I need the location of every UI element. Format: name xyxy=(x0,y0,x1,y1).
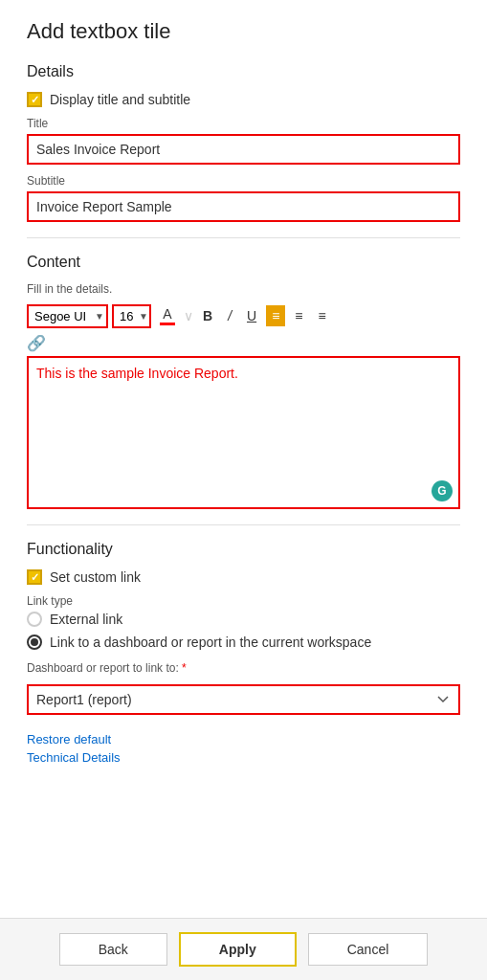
technical-details-link[interactable]: Technical Details xyxy=(27,750,460,765)
set-custom-link-label: Set custom link xyxy=(50,569,141,585)
font-color-button[interactable]: A xyxy=(155,303,180,328)
fill-hint: Fill in the details. xyxy=(27,282,460,296)
font-select-wrapper: Segoe UI Arial Calibri ▼ xyxy=(27,304,108,328)
size-select[interactable]: 16 8 10 12 14 18 xyxy=(112,304,151,328)
link-icon-row: 🔗 xyxy=(27,334,460,356)
dashboard-link-radio[interactable] xyxy=(27,635,42,650)
external-link-label: External link xyxy=(50,612,122,627)
display-title-checkbox-row[interactable]: Display title and subtitle xyxy=(27,92,460,107)
page-container: Add textbox tile Details Display title a… xyxy=(0,0,487,980)
align-left-button[interactable]: ≡ xyxy=(266,305,285,326)
title-field-label: Title xyxy=(27,117,460,130)
required-star: * xyxy=(179,661,187,675)
size-select-wrapper: 16 8 10 12 14 18 ▼ xyxy=(112,304,151,328)
report-link-label: Dashboard or report to link to: * xyxy=(27,661,460,675)
underline-button[interactable]: U xyxy=(241,305,262,326)
details-section: Details Display title and subtitle Title… xyxy=(27,63,460,222)
subtitle-field-label: Subtitle xyxy=(27,174,460,188)
align-center-button[interactable]: ≡ xyxy=(289,305,308,326)
grammarly-icon: G xyxy=(432,480,453,501)
set-custom-link-checkbox[interactable] xyxy=(27,569,42,585)
cancel-button[interactable]: Cancel xyxy=(308,933,429,966)
color-underline xyxy=(160,323,175,325)
bold-button[interactable]: B xyxy=(197,305,218,326)
formatting-toolbar: Segoe UI Arial Calibri ▼ 16 8 10 12 14 1… xyxy=(27,303,460,328)
content-textarea[interactable]: This is the sample Invoice Report. xyxy=(29,358,458,501)
functionality-section-label: Functionality xyxy=(27,541,460,558)
footer-bar: Back Apply Cancel xyxy=(0,918,487,980)
content-textarea-wrapper: This is the sample Invoice Report. G xyxy=(27,356,460,509)
dashboard-link-label: Link to a dashboard or report in the cur… xyxy=(50,635,371,650)
details-section-label: Details xyxy=(27,63,460,80)
restore-default-link[interactable]: Restore default xyxy=(27,732,460,746)
content-section-label: Content xyxy=(27,254,460,271)
content-section: Content Fill in the details. Segoe UI Ar… xyxy=(27,254,460,509)
display-title-checkbox[interactable] xyxy=(27,92,42,107)
dashboard-link-radio-row[interactable]: Link to a dashboard or report in the cur… xyxy=(27,635,460,650)
title-input[interactable] xyxy=(27,134,460,165)
external-link-radio[interactable] xyxy=(27,612,42,627)
italic-button[interactable]: / xyxy=(222,305,237,326)
divider-2 xyxy=(27,524,460,525)
functionality-section: Functionality Set custom link Link type … xyxy=(27,541,460,715)
subtitle-input[interactable] xyxy=(27,191,460,222)
set-custom-link-checkbox-row[interactable]: Set custom link xyxy=(27,569,460,585)
align-right-button[interactable]: ≡ xyxy=(312,305,331,326)
footer-links: Restore default Technical Details xyxy=(27,732,460,765)
toolbar-divider-1: ∨ xyxy=(184,308,193,323)
external-link-radio-row[interactable]: External link xyxy=(27,612,460,627)
link-icon[interactable]: 🔗 xyxy=(27,334,46,352)
font-select[interactable]: Segoe UI Arial Calibri xyxy=(27,304,108,328)
page-title: Add textbox tile xyxy=(27,19,460,44)
main-content: Add textbox tile Details Display title a… xyxy=(0,0,487,918)
display-title-label: Display title and subtitle xyxy=(50,92,190,107)
divider-1 xyxy=(27,237,460,238)
font-color-indicator: A xyxy=(160,306,175,325)
back-button[interactable]: Back xyxy=(59,933,167,966)
link-type-label: Link type xyxy=(27,594,460,608)
report-select[interactable]: Report1 (report) Report2 (report) Dashbo… xyxy=(27,684,460,715)
apply-button[interactable]: Apply xyxy=(179,932,297,967)
